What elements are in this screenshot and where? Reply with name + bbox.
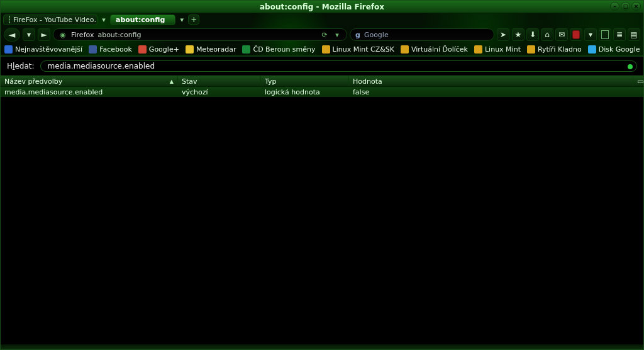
cell-name: media.mediasource.enabled [1,88,178,96]
bookmark-label: ČD Beroun směny [253,45,315,54]
bookmark-favicon-icon [401,45,409,54]
bookmark-label: Linux Mint CZ&SK [333,45,394,54]
bookmark-favicon-icon [138,45,147,54]
column-header-stav[interactable]: Stav [178,76,261,86]
new-tab-button[interactable]: + [188,14,199,25]
nav-toolbar: ◄ ▾ ► ◉ Firefox ⟳ ▾ g Google ➤ ★ ⬇ ⌂ ✉ [1,26,643,43]
table-body[interactable]: media.mediasource.enabledvýchozílogická … [1,87,643,344]
site-identity-label: Firefox [71,31,94,39]
bookmark-label: Google+ [149,45,179,54]
panel-icon[interactable]: ≣ [613,28,626,41]
tab-bar: FireFox - YouTube Video… ▾ about:config … [1,13,643,26]
bookmark-label: Facebook [99,45,132,54]
close-button[interactable]: × [631,2,641,11]
bookmark-label: Disk Google [599,45,640,54]
bookmark-star-button[interactable]: ★ [512,28,525,41]
url-input[interactable] [97,31,316,39]
tab-active[interactable]: about:config [110,14,175,25]
tab-dropdown-icon[interactable]: ▾ [178,16,186,24]
bookmark-item[interactable]: Linux Mint [474,45,521,54]
bookmark-item[interactable]: Google+ [138,45,179,54]
table-header: Název předvolby ▲ Stav Typ Hodnota ▭ [1,76,643,87]
column-header-typ[interactable]: Typ [261,76,349,86]
bookmark-item[interactable]: Linux Mint CZ&SK [322,45,394,54]
bookmark-label: Nejnavštěvovanější [15,45,82,54]
bookmark-item[interactable]: Nejnavštěvovanější [4,45,82,54]
dropdown-icon[interactable]: ▾ [333,30,341,39]
home-button[interactable]: ⌂ [541,28,553,41]
bookmark-item[interactable]: Disk Google [588,45,640,54]
reload-icon[interactable]: ⟳ [320,30,329,39]
filter-status-icon [628,64,633,69]
filter-label-post: edat: [14,62,34,71]
bookmark-favicon-icon [242,45,250,54]
column-header-name-label: Název předvolby [4,77,62,86]
cell-hodnota: false [349,88,643,96]
menu-button[interactable]: ▤ [628,28,640,41]
window-bottom-border [1,344,643,349]
filter-label-pre: H [7,62,13,71]
bookmark-favicon-icon [89,45,97,54]
bookmark-label: Linux Mint [485,45,521,54]
url-bar[interactable]: ◉ Firefox ⟳ ▾ [53,28,347,41]
bookmark-item[interactable]: Rytíři Kladno [527,45,582,54]
filter-row: Hledat: [1,57,643,76]
browser-chrome: FireFox - YouTube Video… ▾ about:config … [1,13,643,56]
minimize-button[interactable]: – [610,2,619,11]
maximize-button[interactable]: ◻ [621,2,630,11]
back-button[interactable]: ◄ [4,28,20,42]
toolbar-right: ★ ⬇ ⌂ ✉ ▾ ≣ ▤ [512,28,640,41]
downloads-button[interactable]: ⬇ [526,28,539,41]
bookmark-favicon-icon [474,45,482,54]
column-header-stav-label: Stav [182,77,197,86]
filter-input[interactable] [47,62,630,71]
tab-label: FireFox - YouTube Video… [13,16,97,24]
bookmark-favicon-icon [186,45,194,54]
column-picker-button[interactable]: ▭ [633,76,643,86]
tab-dropdown-icon[interactable]: ▾ [100,16,108,24]
firefox-window: about:config - Mozilla Firefox – ◻ × Fir… [0,0,644,350]
bookmark-item[interactable]: Meteoradar [186,45,236,54]
search-input[interactable] [392,31,489,39]
sort-asc-icon: ▲ [170,79,174,84]
forward-button[interactable]: ► [38,28,50,41]
bookmark-favicon-icon [588,45,596,54]
filter-box[interactable] [40,60,637,72]
favicon-placeholder-icon [9,16,10,23]
site-identity-icon: ◉ [58,30,67,39]
bookmark-favicon-icon [4,45,13,54]
mail-icon[interactable]: ✉ [555,28,568,41]
sidebar-icon[interactable] [599,28,611,41]
cell-typ: logická hodnota [261,88,349,96]
addon-red-icon[interactable] [570,28,582,41]
filter-label: Hledat: [7,62,34,71]
column-header-hodnota[interactable]: Hodnota [349,76,633,86]
window-title: about:config - Mozilla Firefox [260,3,384,11]
search-engine-label: Google [364,31,389,39]
bookmark-label: Virtuální Ďolíček [411,45,468,54]
bookmark-label: Rytíři Kladno [538,45,582,54]
toolbar-dropdown-icon[interactable]: ▾ [584,28,597,41]
bookmark-favicon-icon [322,45,330,54]
column-header-hodnota-label: Hodnota [353,77,382,86]
cell-stav: výchozí [178,88,261,96]
bookmark-item[interactable]: ČD Beroun směny [242,45,315,54]
tab-label: about:config [116,16,165,24]
bookmark-label: Meteoradar [196,45,236,54]
tab-inactive[interactable]: FireFox - YouTube Video… [3,14,97,25]
bookmark-favicon-icon [527,45,535,54]
table-row[interactable]: media.mediasource.enabledvýchozílogická … [1,87,643,97]
go-button[interactable]: ➤ [497,28,509,41]
search-engine-icon[interactable]: g [355,31,360,39]
aboutconfig-content: Hledat: Název předvolby ▲ Stav Typ Hodno… [1,56,643,344]
back-history-dropdown[interactable]: ▾ [23,28,35,41]
column-header-typ-label: Typ [265,77,277,86]
search-bar[interactable]: g Google [350,28,494,41]
bookmarks-toolbar: NejnavštěvovanějšíFacebookGoogle+Meteora… [1,43,643,56]
window-controls: – ◻ × [610,2,641,11]
column-header-name[interactable]: Název předvolby ▲ [1,76,178,86]
bookmark-item[interactable]: Virtuální Ďolíček [401,45,468,54]
bookmark-item[interactable]: Facebook [89,45,132,54]
window-titlebar: about:config - Mozilla Firefox – ◻ × [1,1,643,13]
